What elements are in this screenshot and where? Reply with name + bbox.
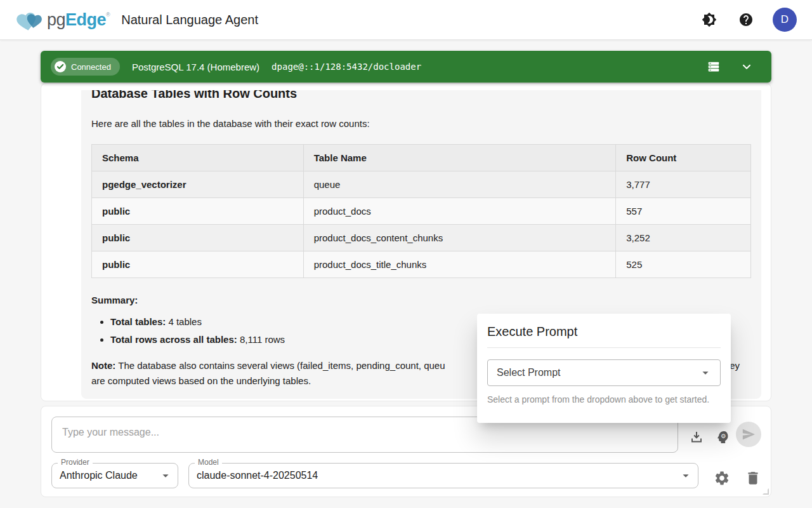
send-icon bbox=[742, 427, 756, 441]
dropdown-arrow-icon bbox=[698, 366, 712, 380]
cell-schema: pgedge_vectorizer bbox=[92, 171, 304, 198]
pgedge-hearts-icon bbox=[15, 6, 46, 33]
connection-status-label: Connected bbox=[71, 62, 111, 72]
clear-chat-button[interactable] bbox=[742, 467, 764, 489]
note-line1: The database also contains several views… bbox=[115, 360, 445, 371]
cell-table-name: queue bbox=[303, 171, 616, 198]
gear-icon bbox=[714, 470, 730, 486]
message-intro: Here are all the tables in the database … bbox=[91, 117, 751, 130]
prompt-helper-text: Select a prompt from the dropdown above … bbox=[487, 394, 721, 404]
prompt-select-value: Select Prompt bbox=[497, 367, 560, 378]
db-tables-table: Schema Table Name Row Count pgedge_vecto… bbox=[91, 144, 751, 278]
dark-mode-icon bbox=[702, 12, 717, 27]
avatar-initial: D bbox=[781, 13, 789, 26]
download-chat-button[interactable] bbox=[686, 427, 707, 447]
svg-text:⚙: ⚙ bbox=[721, 432, 726, 439]
note-line2: are computed views based on the underlyi… bbox=[91, 375, 311, 386]
server-version-label: PostgreSQL 17.4 (Homebrew) bbox=[132, 62, 259, 72]
bullet-value: 8,111 rows bbox=[237, 334, 285, 345]
cell-table-name: product_docs_content_chunks bbox=[303, 225, 616, 251]
dropdown-arrow-icon bbox=[159, 469, 173, 483]
provider-select-label: Provider bbox=[58, 458, 93, 467]
help-button[interactable] bbox=[736, 10, 756, 30]
dark-mode-toggle-button[interactable] bbox=[699, 10, 719, 30]
table-row: public product_docs 557 bbox=[92, 198, 751, 225]
model-select[interactable]: Model claude-sonnet-4-20250514 bbox=[188, 463, 698, 488]
connection-string: dpage@::1/128:5432/docloader bbox=[272, 62, 421, 72]
cell-row-count: 3,777 bbox=[616, 171, 751, 198]
bullet-value: 4 tables bbox=[166, 316, 202, 327]
send-button[interactable] bbox=[736, 422, 761, 447]
bullet-label: Total rows across all tables: bbox=[110, 334, 237, 345]
trash-icon bbox=[745, 470, 761, 486]
modal-divider bbox=[487, 347, 721, 348]
server-list-icon bbox=[707, 60, 721, 74]
cell-schema: public bbox=[92, 251, 304, 278]
app-header: pgEdge® Natural Language Agent D bbox=[0, 0, 812, 40]
execute-prompt-modal: Execute Prompt Select Prompt Select a pr… bbox=[477, 314, 731, 423]
note-fragment-right: ey bbox=[730, 358, 740, 373]
download-icon bbox=[689, 429, 704, 444]
bullet-label: Total tables: bbox=[110, 316, 166, 327]
table-row: pgedge_vectorizer queue 3,777 bbox=[92, 171, 751, 198]
check-circle-icon bbox=[54, 60, 67, 73]
pgedge-logo: pgEdge® bbox=[15, 6, 110, 33]
user-avatar[interactable]: D bbox=[773, 8, 797, 32]
page-title: Natural Language Agent bbox=[121, 13, 258, 27]
provider-select[interactable]: Provider Anthropic Claude bbox=[51, 463, 178, 488]
cell-table-name: product_docs bbox=[303, 198, 616, 225]
resize-grip[interactable] bbox=[763, 488, 769, 495]
provider-select-value: Anthropic Claude bbox=[60, 470, 138, 481]
connection-bar: Connected PostgreSQL 17.4 (Homebrew) dpa… bbox=[41, 51, 771, 83]
prompt-select[interactable]: Select Prompt bbox=[487, 359, 721, 386]
cell-row-count: 525 bbox=[616, 251, 751, 278]
chat-settings-button[interactable] bbox=[711, 467, 733, 489]
summary-heading: Summary: bbox=[91, 295, 751, 305]
cell-schema: public bbox=[92, 198, 304, 225]
modal-title: Execute Prompt bbox=[487, 324, 721, 339]
cell-row-count: 3,252 bbox=[616, 225, 751, 251]
model-select-value: claude-sonnet-4-20250514 bbox=[197, 470, 318, 481]
model-select-label: Model bbox=[195, 458, 222, 467]
dropdown-arrow-icon bbox=[679, 469, 693, 483]
cell-schema: public bbox=[92, 225, 304, 251]
column-header-row-count: Row Count bbox=[616, 145, 751, 171]
connection-status-chip: Connected bbox=[51, 58, 120, 76]
table-row: public product_docs_content_chunks 3,252 bbox=[92, 225, 751, 251]
table-header-row: Schema Table Name Row Count bbox=[92, 145, 751, 171]
cell-row-count: 557 bbox=[616, 198, 751, 225]
column-header-table-name: Table Name bbox=[303, 145, 616, 171]
psychology-icon: ⚙ bbox=[716, 429, 731, 444]
connection-collapse-button[interactable] bbox=[737, 57, 756, 76]
connection-list-button[interactable] bbox=[704, 57, 723, 76]
column-header-schema: Schema bbox=[92, 145, 304, 171]
message-heading: Database Tables with Row Counts bbox=[91, 90, 751, 102]
chevron-down-icon bbox=[740, 60, 754, 74]
cell-table-name: product_docs_title_chunks bbox=[303, 251, 616, 278]
help-icon bbox=[738, 12, 754, 27]
thinking-mode-button[interactable]: ⚙ bbox=[713, 427, 733, 447]
table-row: public product_docs_title_chunks 525 bbox=[92, 251, 751, 278]
note-label: Note: bbox=[91, 360, 115, 371]
brand-wordmark: pgEdge® bbox=[47, 10, 110, 30]
